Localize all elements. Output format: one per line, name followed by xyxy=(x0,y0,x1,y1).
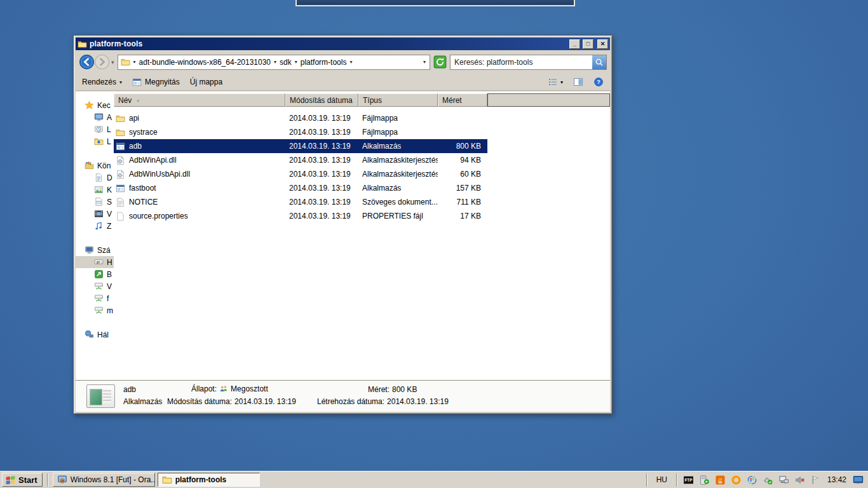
oracle-tray-icon[interactable] xyxy=(731,475,742,485)
column-header-mret[interactable]: Méret xyxy=(438,93,487,107)
file-row[interactable]: adb2014.03.19. 13:19Alkalmazás800 KB xyxy=(114,139,487,153)
preview-pane-icon xyxy=(573,77,583,87)
sidebar-item-label: S xyxy=(107,198,112,207)
file-row[interactable]: systrace2014.03.19. 13:19Fájlmappa xyxy=(114,125,487,139)
file-row[interactable]: AdbWinApi.dll2014.03.19. 13:19Alkalmazás… xyxy=(114,153,487,167)
recent-pages-chevron-icon[interactable]: ▾ xyxy=(111,59,114,65)
file-icon xyxy=(116,198,125,207)
sidebar-group-favorites-star[interactable]: Kec xyxy=(76,99,114,111)
network-drive-icon xyxy=(94,294,104,303)
sidebar-item-network-drive[interactable]: m xyxy=(76,304,114,316)
organize-menu[interactable]: Rendezés ▾ xyxy=(82,78,122,86)
sidebar-item-pictures[interactable]: K xyxy=(76,184,114,196)
task-icon xyxy=(57,475,67,485)
breadcrumb-segment[interactable]: adt-bundle-windows-x86_64-20131030 xyxy=(139,58,271,67)
file-name: AdbWinApi.dll xyxy=(129,156,177,165)
titlebar[interactable]: platform-tools _ □ ✕ xyxy=(76,37,610,50)
task-button[interactable]: Windows 8.1 [Fut] - Ora... xyxy=(53,473,155,487)
sidebar-item-recent-places[interactable]: L xyxy=(76,123,114,135)
search-box[interactable] xyxy=(450,55,607,70)
breadcrumb-caret-icon[interactable]: ▾ xyxy=(348,59,353,65)
column-header-label: Név xyxy=(118,96,132,105)
sidebar-item-network-drive[interactable]: V xyxy=(76,280,114,292)
organize-label: Rendezés xyxy=(82,78,116,86)
file-row[interactable]: fastboot2014.03.19. 13:19Alkalmazás157 K… xyxy=(114,181,487,195)
sidebar-item-music[interactable]: Z xyxy=(76,220,114,232)
file-row[interactable]: NOTICE2014.03.19. 13:19Szöveges dokument… xyxy=(114,195,487,209)
file-type-cell: Alkalmazás xyxy=(358,142,438,151)
breadcrumb[interactable]: ▾ adt-bundle-windows-x86_64-20131030▾sdk… xyxy=(118,55,430,70)
file-row[interactable]: api2014.03.19. 13:19Fájlmappa xyxy=(114,111,487,125)
views-caret-icon: ▾ xyxy=(560,79,563,85)
maximize-button[interactable]: □ xyxy=(583,39,593,49)
breadcrumb-segment[interactable]: platform-tools xyxy=(301,58,347,67)
sidebar-item-shared-folder[interactable]: B xyxy=(76,268,114,280)
file-date-cell: 2014.03.19. 13:19 xyxy=(285,114,358,123)
volume-muted-tray-icon[interactable] xyxy=(794,475,805,485)
change-view-button[interactable]: ▾ xyxy=(548,77,563,87)
taskbar: Start Windows 8.1 [Fut] - Ora...platform… xyxy=(0,471,868,488)
file-row[interactable]: source.properties2014.03.19. 13:19PROPER… xyxy=(114,209,487,223)
forward-button[interactable] xyxy=(94,54,110,70)
ftp-tray-icon[interactable]: FTP xyxy=(683,475,694,485)
sidebar-item-local-disk[interactable]: H xyxy=(76,256,114,268)
task-icon xyxy=(162,475,172,485)
sidebar-item-label: H xyxy=(107,258,112,267)
network-status-tray-icon[interactable] xyxy=(778,475,789,485)
details-file-type: Alkalmazás xyxy=(123,397,162,406)
sidebar-group-computer[interactable]: Szá xyxy=(76,244,114,256)
address-dropdown-icon[interactable]: ▾ xyxy=(422,59,427,65)
new-folder-button[interactable]: Új mappa xyxy=(190,78,222,86)
start-button[interactable]: Start xyxy=(2,473,43,487)
breadcrumb-segment[interactable]: sdk xyxy=(280,58,292,67)
column-header-tpus[interactable]: Típus xyxy=(358,93,438,107)
file-date-cell: 2014.03.19. 13:19 xyxy=(285,170,358,179)
file-name-cell: AdbWinUsbApi.dll xyxy=(114,170,285,179)
sidebar-group-network[interactable]: Hál xyxy=(76,329,114,341)
refresh-button[interactable] xyxy=(433,55,447,69)
close-button[interactable]: ✕ xyxy=(597,39,608,49)
search-icon[interactable] xyxy=(592,55,606,69)
language-indicator[interactable]: HU xyxy=(653,474,670,485)
usb-remove-tray-icon[interactable] xyxy=(763,475,773,485)
file-rows: api2014.03.19. 13:19Fájlmappasystrace201… xyxy=(114,107,610,223)
command-bar: Rendezés ▾ Megnyitás Új mappa ▾ ? xyxy=(76,74,610,91)
start-label: Start xyxy=(18,475,37,485)
sidebar-item-downloads[interactable]: L xyxy=(76,135,114,147)
sidebar-item-network-drive[interactable]: f xyxy=(76,292,114,304)
sidebar-item-videos[interactable]: V xyxy=(76,208,114,220)
media-server-tray-icon[interactable] xyxy=(699,475,710,485)
breadcrumb-caret-icon[interactable]: ▾ xyxy=(273,59,278,65)
sidebar-group-label: Kec xyxy=(97,101,111,110)
task-button[interactable]: platform-tools xyxy=(158,473,260,487)
details-file-name: adb xyxy=(123,385,136,394)
java-tray-icon[interactable] xyxy=(715,475,726,485)
sidebar-item-label: V xyxy=(107,282,112,291)
column-header-nv[interactable]: Név▴ xyxy=(114,93,285,107)
minimize-button[interactable]: _ xyxy=(569,39,580,49)
new-folder-label: Új mappa xyxy=(190,78,222,86)
sidebar-item-desktop[interactable]: A xyxy=(76,111,114,123)
flag-tray-icon[interactable] xyxy=(810,475,821,485)
sidebar-item-documents[interactable]: D xyxy=(76,172,114,184)
display-tray-icon[interactable] xyxy=(853,475,864,485)
column-header-mdostsdtuma[interactable]: Módosítás dátuma xyxy=(285,93,358,107)
search-input[interactable] xyxy=(451,58,592,67)
file-name-cell: NOTICE xyxy=(114,198,285,207)
column-header-label: Módosítás dátuma xyxy=(290,96,353,105)
open-icon xyxy=(132,78,142,87)
preview-pane-button[interactable] xyxy=(573,77,583,87)
windows-logo-icon xyxy=(5,475,16,485)
sidebar-group-libraries[interactable]: Kön xyxy=(76,159,114,172)
windows-update-tray-icon[interactable] xyxy=(747,475,757,485)
file-name: systrace xyxy=(129,128,158,137)
breadcrumb-caret-icon[interactable]: ▾ xyxy=(294,59,299,65)
file-row[interactable]: AdbWinUsbApi.dll2014.03.19. 13:19Alkalma… xyxy=(114,167,487,181)
open-button[interactable]: Megnyitás xyxy=(132,78,180,87)
help-button[interactable]: ? xyxy=(593,77,604,87)
file-icon xyxy=(116,128,125,137)
sidebar-item-saved-items[interactable]: S xyxy=(76,196,114,208)
breadcrumb-caret-icon[interactable]: ▾ xyxy=(132,59,137,65)
taskbar-clock[interactable]: 13:42 xyxy=(825,475,848,484)
back-button[interactable] xyxy=(79,54,95,70)
